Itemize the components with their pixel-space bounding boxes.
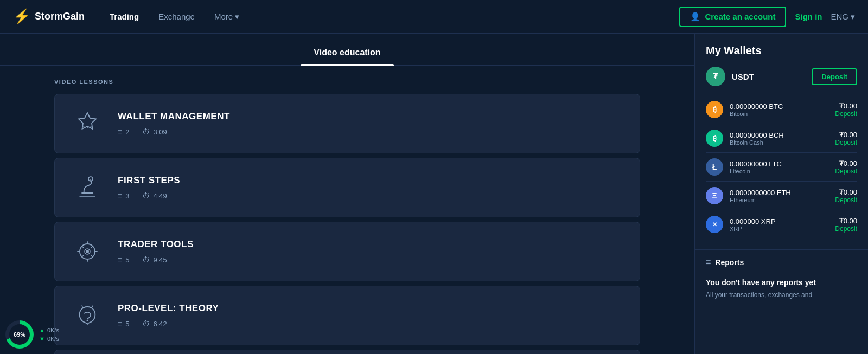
arrow-up-icon: ▲: [39, 327, 45, 333]
create-account-button[interactable]: 👤 Create an account: [679, 7, 786, 27]
reports-title: Reports: [715, 258, 744, 267]
eth-amount: 0.0000000000 ETH: [730, 189, 828, 197]
lesson-info: WALLET MANAGEMENT ≡ 2 ⏱ 3:09: [118, 111, 624, 136]
btc-right: ₮0.00 Deposit: [835, 102, 857, 118]
ltc-details: 0.00000000 LTC Litecoin: [730, 160, 828, 175]
lesson-duration: ⏱ 6:42: [142, 319, 167, 328]
first-steps-icon: [70, 170, 105, 205]
eth-icon: Ξ: [706, 187, 723, 204]
ltc-right: ₮0.00 Deposit: [835, 159, 857, 175]
coin-row-bch: ₿ 0.00000000 BCH Bitcoin Cash ₮0.00 Depo…: [706, 124, 857, 152]
right-sidebar: My Wallets ₮ USDT Deposit ₿ 0.00000000 B…: [694, 34, 868, 354]
nav-trading[interactable]: Trading: [102, 8, 146, 25]
bch-value: ₮0.00: [835, 131, 857, 139]
logo-text: StormGain: [35, 11, 85, 22]
lesson-title: PRO-LEVEL: THEORY: [118, 303, 624, 314]
speed-up-stat: ▲ 0K/s: [39, 327, 59, 333]
eth-deposit-link[interactable]: Deposit: [835, 196, 857, 204]
lessons-area: VIDEO LESSONS WALLET MANAGEMENT ≡ 2: [0, 66, 694, 354]
svg-point-3: [86, 250, 89, 253]
xrp-deposit-link[interactable]: Deposit: [835, 225, 857, 233]
ltc-name: Litecoin: [730, 168, 828, 175]
usdt-deposit-button[interactable]: Deposit: [812, 68, 857, 85]
lesson-card-introductory[interactable]: INTRODUCTORY TRADING COURSE (WEBINARS): [54, 350, 640, 354]
eth-details: 0.0000000000 ETH Ethereum: [730, 189, 828, 203]
ltc-icon: Ł: [706, 158, 723, 176]
main-layout: Video education VIDEO LESSONS WALLET MAN…: [0, 34, 868, 354]
section-label: VIDEO LESSONS: [54, 79, 640, 85]
coin-row-eth: Ξ 0.0000000000 ETH Ethereum ₮0.00 Deposi…: [706, 181, 857, 210]
lesson-card-pro-level[interactable]: PRO-LEVEL: THEORY ≡ 5 ⏱ 6:42: [54, 286, 640, 345]
reports-section: ≡ Reports You don't have any reports yet…: [695, 249, 868, 313]
lesson-count: ≡ 5: [118, 255, 129, 264]
eth-right: ₮0.00 Deposit: [835, 188, 857, 204]
lesson-info: FIRST STEPS ≡ 3 ⏱ 4:49: [118, 175, 624, 200]
wallet-management-icon: [70, 106, 105, 141]
btc-amount: 0.00000000 BTC: [730, 102, 828, 111]
lesson-card-trader-tools[interactable]: TRADER TOOLS ≡ 5 ⏱ 9:45: [54, 222, 640, 281]
speed-percent: 69%: [9, 324, 30, 345]
ltc-amount: 0.00000000 LTC: [730, 160, 828, 168]
lesson-count: ≡ 5: [118, 319, 129, 328]
coin-row-btc: ₿ 0.00000000 BTC Bitcoin ₮0.00 Deposit: [706, 95, 857, 124]
speed-circle: 69%: [5, 320, 34, 349]
bch-amount: 0.00000000 BCH: [730, 131, 828, 139]
coin-row-ltc: Ł 0.00000000 LTC Litecoin ₮0.00 Deposit: [706, 152, 857, 181]
tab-bar: Video education: [0, 34, 694, 66]
lesson-title: FIRST STEPS: [118, 175, 624, 186]
clock-icon: ⏱: [142, 255, 150, 264]
reports-empty-text: All your transactions, exchanges and: [706, 290, 857, 300]
nav-exchange[interactable]: Exchange: [151, 8, 202, 25]
speed-down-stat: ▼ 0K/s: [39, 336, 59, 342]
usdt-icon: ₮: [706, 67, 725, 86]
lesson-count: ≡ 2: [118, 127, 129, 136]
lesson-duration: ⏱ 4:49: [142, 191, 167, 200]
xrp-value: ₮0.00: [835, 217, 857, 225]
lesson-title: WALLET MANAGEMENT: [118, 111, 624, 122]
chevron-down-icon: ▾: [235, 12, 239, 22]
bch-deposit-link[interactable]: Deposit: [835, 139, 857, 146]
nav-more[interactable]: More ▾: [207, 8, 247, 26]
lesson-info: TRADER TOOLS ≡ 5 ⏱ 9:45: [118, 239, 624, 264]
btc-icon: ₿: [706, 101, 723, 118]
user-icon: 👤: [690, 12, 700, 22]
reports-icon: ≡: [706, 258, 711, 267]
wallets-title: My Wallets: [706, 44, 857, 57]
lesson-card-first-steps[interactable]: FIRST STEPS ≡ 3 ⏱ 4:49: [54, 158, 640, 217]
bch-details: 0.00000000 BCH Bitcoin Cash: [730, 131, 828, 146]
wallets-section: My Wallets ₮ USDT Deposit ₿ 0.00000000 B…: [695, 34, 868, 249]
clock-icon: ⏱: [142, 191, 150, 200]
lesson-duration: ⏱ 3:09: [142, 127, 167, 136]
bch-right: ₮0.00 Deposit: [835, 131, 857, 146]
btc-details: 0.00000000 BTC Bitcoin: [730, 102, 828, 117]
lesson-meta: ≡ 5 ⏱ 9:45: [118, 255, 624, 264]
logo[interactable]: ⚡ StormGain: [13, 8, 85, 25]
xrp-name: XRP: [730, 226, 828, 232]
eth-name: Ethereum: [730, 197, 828, 203]
content-area: Video education VIDEO LESSONS WALLET MAN…: [0, 34, 694, 354]
trader-tools-icon: [70, 234, 105, 269]
btc-deposit-link[interactable]: Deposit: [835, 110, 857, 118]
speed-stats: ▲ 0K/s ▼ 0K/s: [39, 327, 59, 342]
list-icon: ≡: [118, 127, 122, 136]
eth-value: ₮0.00: [835, 188, 857, 196]
lesson-card-wallet-management[interactable]: WALLET MANAGEMENT ≡ 2 ⏱ 3:09: [54, 94, 640, 153]
chevron-down-icon: ▾: [851, 12, 855, 22]
lesson-meta: ≡ 2 ⏱ 3:09: [118, 127, 624, 136]
signin-button[interactable]: Sign in: [795, 12, 822, 21]
language-selector[interactable]: ENG ▾: [831, 12, 855, 22]
tab-video-education[interactable]: Video education: [301, 42, 393, 65]
btc-name: Bitcoin: [730, 111, 828, 117]
btc-value: ₮0.00: [835, 102, 857, 110]
usdt-row: ₮ USDT Deposit: [706, 67, 857, 86]
usdt-label: USDT: [732, 72, 805, 81]
lesson-meta: ≡ 3 ⏱ 4:49: [118, 191, 624, 200]
bch-icon: ₿: [706, 130, 723, 147]
list-icon: ≡: [118, 255, 122, 264]
ltc-deposit-link[interactable]: Deposit: [835, 168, 857, 175]
xrp-details: 0.000000 XRP XRP: [730, 217, 828, 232]
lesson-info: PRO-LEVEL: THEORY ≡ 5 ⏱ 6:42: [118, 303, 624, 328]
main-nav: Trading Exchange More ▾: [102, 8, 679, 26]
reports-empty: You don't have any reports yet All your …: [706, 273, 857, 305]
clock-icon: ⏱: [142, 127, 150, 136]
